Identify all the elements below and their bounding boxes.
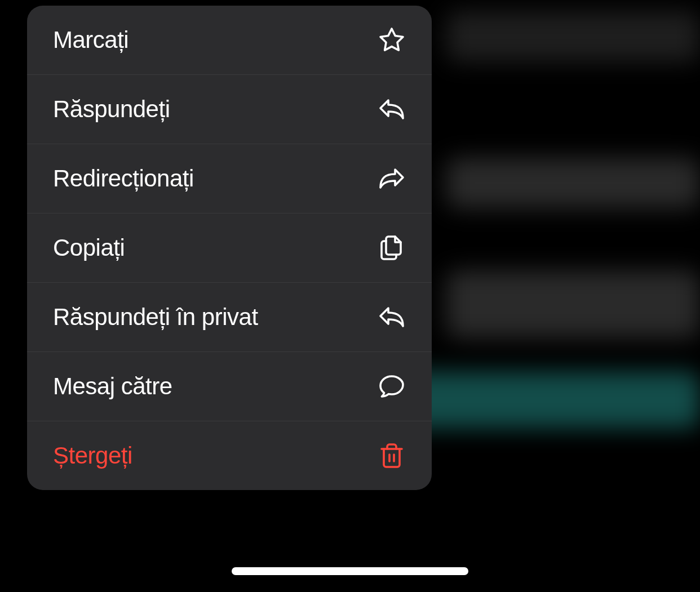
- reply-icon: [378, 303, 406, 331]
- star-menu-item[interactable]: Marcați: [27, 6, 432, 75]
- menu-item-label: Copiați: [53, 234, 125, 261]
- reply-menu-item[interactable]: Răspundeți: [27, 75, 432, 144]
- reply-privately-menu-item[interactable]: Răspundeți în privat: [27, 283, 432, 352]
- forward-icon: [378, 164, 406, 193]
- svg-marker-0: [380, 29, 403, 50]
- copy-icon: [378, 234, 406, 262]
- delete-menu-item[interactable]: Ștergeți: [27, 421, 432, 490]
- blurred-background: [418, 0, 700, 592]
- home-indicator[interactable]: [232, 567, 468, 575]
- reply-icon: [378, 95, 406, 123]
- copy-menu-item[interactable]: Copiați: [27, 213, 432, 283]
- chat-icon: [378, 372, 406, 400]
- blurred-message-bubble: [446, 11, 700, 62]
- message-to-menu-item[interactable]: Mesaj către: [27, 352, 432, 421]
- menu-item-label: Răspundeți: [53, 96, 170, 123]
- blurred-message-bubble: [446, 270, 700, 338]
- menu-item-label: Redirecționați: [53, 165, 194, 192]
- forward-menu-item[interactable]: Redirecționați: [27, 144, 432, 213]
- menu-item-label: Mesaj către: [53, 373, 172, 400]
- menu-item-label: Răspundeți în privat: [53, 304, 258, 331]
- message-context-menu: Marcați Răspundeți Redirecționați Copiaț…: [27, 6, 432, 490]
- trash-icon: [378, 442, 406, 470]
- blurred-message-bubble: [446, 158, 700, 208]
- star-icon: [378, 26, 406, 54]
- menu-item-label: Marcați: [53, 26, 129, 54]
- menu-item-label: Ștergeți: [53, 442, 132, 469]
